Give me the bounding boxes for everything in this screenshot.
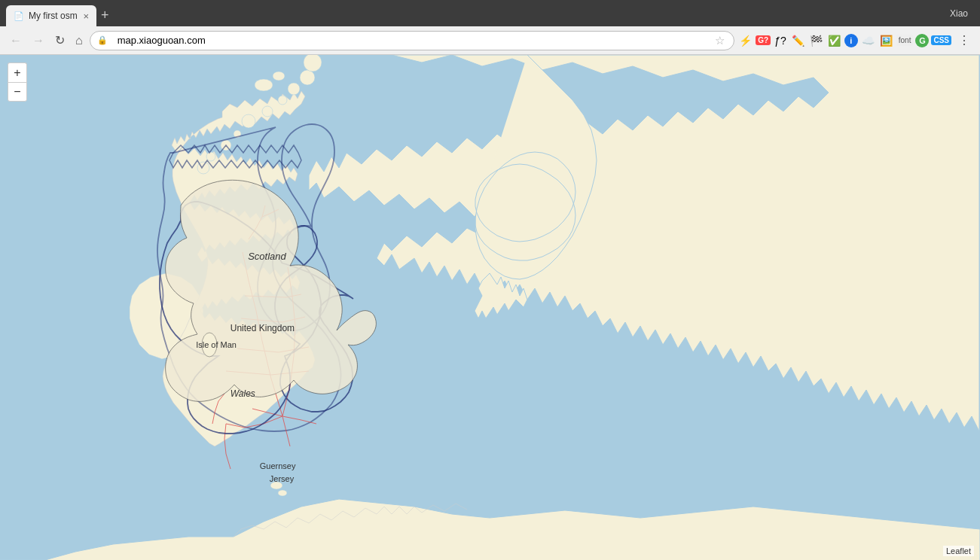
svg-point-52 — [202, 333, 217, 357]
browser-titlebar: 📄 My first osm × + Xiao — [0, 0, 980, 26]
svg-line-22 — [264, 416, 282, 424]
forward-button[interactable]: → — [29, 32, 48, 50]
ext-script-icon[interactable]: ƒ? — [773, 33, 788, 48]
ext-flag-icon[interactable]: 🏁 — [808, 33, 824, 48]
extensions-area: ⚡ G? ƒ? ✏️ 🏁 ✅ i ☁️ 🖼️ font G CSS — [737, 33, 951, 48]
svg-point-11 — [273, 72, 285, 81]
browser-toolbar: ← → ↻ ⌂ 🔒 ☆ ⚡ G? ƒ? ✏️ 🏁 ✅ i ☁️ 🖼️ font … — [0, 26, 980, 55]
svg-line-30 — [282, 416, 286, 431]
zoom-out-button[interactable]: − — [8, 82, 27, 102]
ext-cloud-icon[interactable]: ☁️ — [860, 33, 876, 48]
svg-point-1 — [206, 152, 215, 161]
tab-favicon: 📄 — [14, 11, 24, 21]
ext-pick-icon[interactable]: ✏️ — [790, 33, 806, 48]
tab-bar: 📄 My first osm × + — [6, 0, 114, 26]
svg-line-27 — [226, 454, 230, 469]
ext-check-icon[interactable]: ✅ — [826, 33, 842, 48]
svg-point-9 — [304, 55, 322, 72]
user-label: Xiao — [950, 8, 974, 19]
map-attribution: Leaflet — [943, 546, 974, 556]
home-button[interactable]: ⌂ — [72, 32, 87, 50]
svg-point-10 — [255, 79, 273, 91]
svg-point-4 — [242, 114, 255, 128]
map-svg — [0, 55, 980, 560]
back-button[interactable]: ← — [6, 32, 26, 50]
svg-point-8 — [300, 70, 315, 85]
reload-button[interactable]: ↻ — [51, 31, 69, 50]
zoom-in-button[interactable]: + — [8, 62, 27, 82]
svg-line-28 — [282, 416, 301, 420]
svg-point-5 — [262, 106, 273, 117]
ext-lightning-icon[interactable]: ⚡ — [737, 33, 753, 48]
ext-css-icon[interactable]: CSS — [931, 35, 951, 45]
active-tab[interactable]: 📄 My first osm × — [6, 5, 96, 26]
svg-point-50 — [270, 482, 282, 489]
bookmark-star-button[interactable]: ☆ — [712, 34, 728, 47]
svg-point-7 — [288, 83, 300, 95]
lock-icon: 🔒 — [97, 35, 108, 45]
zoom-controls: + − — [8, 62, 27, 102]
svg-point-51 — [278, 490, 287, 496]
map-container[interactable]: Scotland United Kingdom Isle of Man Wale… — [0, 55, 980, 560]
ext-font-icon[interactable]: font — [896, 35, 914, 46]
ext-image-icon[interactable]: 🖼️ — [878, 33, 894, 48]
svg-point-6 — [278, 96, 287, 105]
svg-line-31 — [286, 431, 290, 446]
url-input[interactable] — [111, 35, 713, 46]
browser-menu-button[interactable]: ⋮ — [954, 31, 974, 50]
ext-green-circle-icon[interactable]: G — [915, 34, 929, 47]
ext-grammarly-icon[interactable]: G? — [756, 35, 771, 45]
tab-close-button[interactable]: × — [83, 11, 89, 21]
tab-title: My first osm — [29, 11, 78, 21]
svg-line-26 — [224, 439, 226, 454]
address-bar-wrap: 🔒 ☆ — [90, 31, 735, 50]
new-tab-button[interactable]: + — [96, 8, 114, 23]
ext-info-icon[interactable]: i — [844, 34, 858, 47]
